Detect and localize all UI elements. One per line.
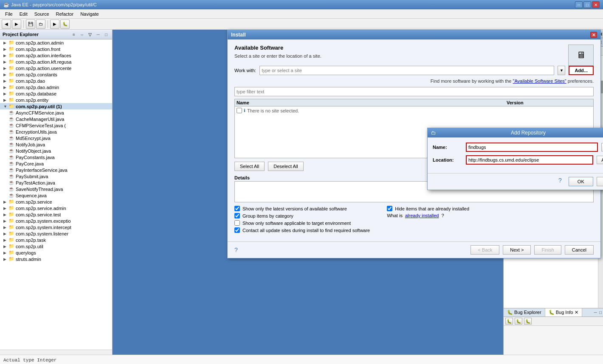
name-input[interactable] <box>466 143 598 152</box>
location-input[interactable] <box>466 155 593 165</box>
filter-input[interactable] <box>234 87 594 96</box>
add-button[interactable]: Add... <box>569 66 594 75</box>
maximize-panel-btn[interactable]: □ <box>103 31 110 38</box>
tree-item-paysubmit[interactable]: ☕ PaySubmit.java <box>0 173 112 179</box>
ok-button[interactable]: OK <box>569 177 593 186</box>
tree-item-kft[interactable]: ▶ 📁 com.sp2p.action.kft.regusa <box>0 59 112 65</box>
bug-tool-btn-3[interactable]: 🐛 <box>524 318 532 325</box>
cancel-button[interactable]: Cancel <box>597 177 603 186</box>
tree-item-util[interactable]: ▶ 📁 com.sp2p.util <box>0 243 112 249</box>
minimize-bug-btn[interactable]: ─ <box>593 308 598 316</box>
menu-edit[interactable]: Edit <box>16 11 31 17</box>
tree-item-dao[interactable]: ▶ 📁 com.sp2p.dao <box>0 78 112 84</box>
tree-item-paycore[interactable]: ☕ PayCore.java <box>0 160 112 167</box>
tree-item-constants[interactable]: ▶ 📁 com.sp2p.constants <box>0 71 112 78</box>
bug-tool-btn-2[interactable]: 🐛 <box>515 318 522 325</box>
checkbox-latest-input[interactable] <box>234 206 240 211</box>
close-button[interactable]: ✕ <box>592 1 600 8</box>
checkbox-hide[interactable]: Hide items that are already installed <box>387 206 469 211</box>
tree-item-notifyobj[interactable]: ☕ NotifyObject.java <box>0 148 112 154</box>
toolbar-btn-5[interactable]: ▶ <box>50 20 59 29</box>
tree-item-payinterface[interactable]: ☕ PayInterfaceService.java <box>0 167 112 173</box>
checkbox-group[interactable]: Group items by category <box>234 213 370 218</box>
tree-item-usercente[interactable]: ▶ 📁 com.sp2p.action.usercente <box>0 65 112 71</box>
tree-item-cache[interactable]: ☕ CacheManagerUtil.java <box>0 116 112 122</box>
tree-item-interfaces[interactable]: ▶ 📁 com.sp2p.action.interfaces <box>0 52 112 59</box>
menu-source[interactable]: Source <box>31 11 53 17</box>
tree-item-label: Sequence.java <box>16 193 47 198</box>
project-tree[interactable]: ▶ 📁 com.sp2p.action.admin ▶ 📁 com.sp2p.a… <box>0 39 112 350</box>
select-all-button[interactable]: Select All <box>234 162 265 171</box>
tree-item-dao-admin[interactable]: ▶ 📁 com.sp2p.dao.admin <box>0 84 112 90</box>
tree-item-querylogs[interactable]: ▶ 📁 querylogs <box>0 249 112 256</box>
toolbar-btn-3[interactable]: 💾 <box>26 20 35 29</box>
tree-item-savenotify[interactable]: ☕ SaveNotifyThread.java <box>0 186 112 192</box>
tree-item-notifyjob[interactable]: ☕ NotifyJob.java <box>0 141 112 148</box>
local-button[interactable]: Local... <box>601 143 603 151</box>
view-menu-btn[interactable]: ▽ <box>87 31 93 38</box>
tree-item-paytest[interactable]: ☕ PayTestAction.java <box>0 179 112 186</box>
tree-item-encrypt[interactable]: ☕ EncryptionUtils.java <box>0 129 112 135</box>
checkbox-hide-input[interactable] <box>387 206 392 211</box>
tree-item-exception[interactable]: ▶ 📁 com.sp2p.system.exceptio <box>0 218 112 224</box>
tree-item-payconstants[interactable]: ☕ PayConstants.java <box>0 154 112 160</box>
checkbox-target[interactable]: Show only software applicable to target … <box>234 220 370 226</box>
tree-item-listener[interactable]: ▶ 📁 com.sp2p.system.listener <box>0 230 112 237</box>
horizontal-scrollbar[interactable] <box>0 350 112 355</box>
tree-item-pay-util[interactable]: ▼ 📁 com.sp2p.pay.util (1) <box>0 103 112 109</box>
deselect-all-button[interactable]: Deselect All <box>268 162 303 171</box>
row-checkbox[interactable] <box>237 108 242 113</box>
tree-item-service-admin[interactable]: ▶ 📁 com.sp2p.service.admin <box>0 205 112 211</box>
tree-item-database[interactable]: ▶ 📁 com.sp2p.database <box>0 90 112 97</box>
work-with-dropdown[interactable]: ▼ <box>558 66 565 75</box>
add-repo-footer: ? OK Cancel <box>428 173 603 190</box>
already-installed-link[interactable]: already installed <box>405 213 439 218</box>
tree-item-cfmp[interactable]: ☕ CFMPServiceTest.java ( <box>0 122 112 129</box>
minimize-button[interactable]: ─ <box>575 1 583 8</box>
toolbar-btn-1[interactable]: ◀ <box>2 20 11 29</box>
checkbox-group-input[interactable] <box>234 213 240 218</box>
table-row[interactable]: ℹ There is no site selected. <box>235 106 593 115</box>
tree-item-task[interactable]: ▶ 📁 com.sp2p.task <box>0 237 112 243</box>
tree-item-struts[interactable]: ▶ 📁 struts.admin <box>0 256 112 262</box>
bug-info-tab[interactable]: 🐛 Bug Info ✕ <box>545 308 582 316</box>
menu-file[interactable]: File <box>2 11 16 17</box>
maximize-bug-btn[interactable]: □ <box>598 308 603 316</box>
checkbox-target-input[interactable] <box>234 220 240 226</box>
tree-item-admin[interactable]: ▶ 📁 com.sp2p.action.admin <box>0 39 112 46</box>
help-icon[interactable]: ? <box>234 246 238 253</box>
toolbar-btn-4[interactable]: 🗀 <box>36 20 45 29</box>
toolbar-btn-2[interactable]: ▶ <box>12 20 21 29</box>
tree-item-async[interactable]: ☕ AsyncCFMService.java <box>0 109 112 116</box>
tree-item-sequence[interactable]: ☕ Sequence.java <box>0 192 112 199</box>
menu-refactor[interactable]: Refactor <box>53 11 77 17</box>
collapse-all-btn[interactable]: ≡ <box>70 31 77 38</box>
tree-item-md5[interactable]: ☕ Md5Encrypt.java <box>0 135 112 141</box>
tree-item-service[interactable]: ▶ 📁 com.sp2p.service <box>0 199 112 205</box>
folder-icon: 📁 <box>8 212 14 217</box>
cancel-button[interactable]: Cancel <box>565 245 594 255</box>
find-more-text: Find more software by working with the "… <box>234 78 594 84</box>
help-icon[interactable]: ? <box>558 177 562 186</box>
checkbox-contact-input[interactable] <box>234 227 240 233</box>
checkbox-latest[interactable]: Show only the latest versions of availab… <box>234 206 370 211</box>
work-with-input[interactable] <box>259 66 554 75</box>
finish-button[interactable]: Finish <box>534 245 561 255</box>
tree-item-intercept[interactable]: ▶ 📁 com.sp2p.system.intercept <box>0 224 112 230</box>
checkbox-contact[interactable]: Contact all update sites during install … <box>234 227 370 233</box>
menu-navigate[interactable]: Navigate <box>77 11 102 17</box>
next-button[interactable]: Next > <box>503 245 531 255</box>
toolbar-btn-6[interactable]: 🐛 <box>60 20 70 29</box>
maximize-button[interactable]: □ <box>583 1 591 8</box>
install-dialog-close-btn[interactable]: ✕ <box>590 32 597 38</box>
bug-explorer-tab[interactable]: 🐛 Bug Explorer <box>504 308 545 316</box>
bug-tool-btn-1[interactable]: 🐛 <box>505 318 513 325</box>
minimize-panel-btn[interactable]: ─ <box>95 31 101 38</box>
tree-item-service-test[interactable]: ▶ 📁 com.sp2p.service.test <box>0 211 112 218</box>
available-software-sites-link[interactable]: "Available Software Sites" <box>513 78 566 84</box>
tree-item-entity[interactable]: ▶ 📁 com.sp2p.entity <box>0 97 112 103</box>
archive-button[interactable]: Archive... <box>597 156 603 164</box>
back-button[interactable]: < Back <box>471 245 499 255</box>
tree-item-front[interactable]: ▶ 📁 com.sp2p.action.front <box>0 46 112 52</box>
link-with-editor-btn[interactable]: ↔ <box>79 31 85 38</box>
